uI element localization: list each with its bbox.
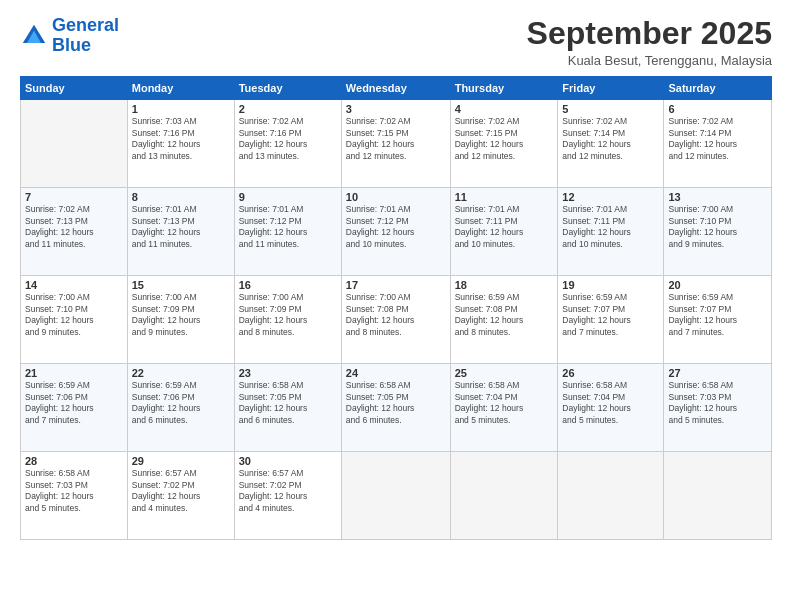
day-info: Sunrise: 6:58 AM Sunset: 7:05 PM Dayligh… [239, 380, 337, 426]
day-number: 13 [668, 191, 767, 203]
table-cell: 13Sunrise: 7:00 AM Sunset: 7:10 PM Dayli… [664, 188, 772, 276]
table-cell: 10Sunrise: 7:01 AM Sunset: 7:12 PM Dayli… [341, 188, 450, 276]
col-thursday: Thursday [450, 77, 558, 100]
day-info: Sunrise: 6:59 AM Sunset: 7:06 PM Dayligh… [25, 380, 123, 426]
col-friday: Friday [558, 77, 664, 100]
table-cell: 26Sunrise: 6:58 AM Sunset: 7:04 PM Dayli… [558, 364, 664, 452]
day-number: 16 [239, 279, 337, 291]
week-row: 21Sunrise: 6:59 AM Sunset: 7:06 PM Dayli… [21, 364, 772, 452]
day-number: 11 [455, 191, 554, 203]
table-cell: 2Sunrise: 7:02 AM Sunset: 7:16 PM Daylig… [234, 100, 341, 188]
day-number: 25 [455, 367, 554, 379]
table-cell: 5Sunrise: 7:02 AM Sunset: 7:14 PM Daylig… [558, 100, 664, 188]
col-wednesday: Wednesday [341, 77, 450, 100]
table-cell: 3Sunrise: 7:02 AM Sunset: 7:15 PM Daylig… [341, 100, 450, 188]
table-cell: 23Sunrise: 6:58 AM Sunset: 7:05 PM Dayli… [234, 364, 341, 452]
month-title: September 2025 [527, 16, 772, 51]
day-number: 3 [346, 103, 446, 115]
day-info: Sunrise: 6:59 AM Sunset: 7:07 PM Dayligh… [668, 292, 767, 338]
table-cell: 30Sunrise: 6:57 AM Sunset: 7:02 PM Dayli… [234, 452, 341, 540]
col-sunday: Sunday [21, 77, 128, 100]
table-cell: 9Sunrise: 7:01 AM Sunset: 7:12 PM Daylig… [234, 188, 341, 276]
day-info: Sunrise: 6:57 AM Sunset: 7:02 PM Dayligh… [132, 468, 230, 514]
day-number: 22 [132, 367, 230, 379]
day-number: 29 [132, 455, 230, 467]
table-cell: 14Sunrise: 7:00 AM Sunset: 7:10 PM Dayli… [21, 276, 128, 364]
day-info: Sunrise: 7:02 AM Sunset: 7:16 PM Dayligh… [239, 116, 337, 162]
day-info: Sunrise: 7:00 AM Sunset: 7:08 PM Dayligh… [346, 292, 446, 338]
day-number: 30 [239, 455, 337, 467]
table-cell: 19Sunrise: 6:59 AM Sunset: 7:07 PM Dayli… [558, 276, 664, 364]
table-cell [664, 452, 772, 540]
day-number: 15 [132, 279, 230, 291]
table-cell: 7Sunrise: 7:02 AM Sunset: 7:13 PM Daylig… [21, 188, 128, 276]
table-cell: 1Sunrise: 7:03 AM Sunset: 7:16 PM Daylig… [127, 100, 234, 188]
day-number: 9 [239, 191, 337, 203]
location-subtitle: Kuala Besut, Terengganu, Malaysia [527, 53, 772, 68]
header-row: Sunday Monday Tuesday Wednesday Thursday… [21, 77, 772, 100]
day-number: 14 [25, 279, 123, 291]
day-number: 20 [668, 279, 767, 291]
day-number: 2 [239, 103, 337, 115]
day-info: Sunrise: 6:58 AM Sunset: 7:03 PM Dayligh… [668, 380, 767, 426]
day-info: Sunrise: 7:02 AM Sunset: 7:15 PM Dayligh… [455, 116, 554, 162]
table-cell [450, 452, 558, 540]
day-info: Sunrise: 7:01 AM Sunset: 7:11 PM Dayligh… [562, 204, 659, 250]
table-cell: 25Sunrise: 6:58 AM Sunset: 7:04 PM Dayli… [450, 364, 558, 452]
day-info: Sunrise: 7:00 AM Sunset: 7:09 PM Dayligh… [239, 292, 337, 338]
day-number: 28 [25, 455, 123, 467]
table-cell [341, 452, 450, 540]
day-number: 19 [562, 279, 659, 291]
table-cell: 17Sunrise: 7:00 AM Sunset: 7:08 PM Dayli… [341, 276, 450, 364]
day-info: Sunrise: 6:58 AM Sunset: 7:04 PM Dayligh… [455, 380, 554, 426]
table-cell: 15Sunrise: 7:00 AM Sunset: 7:09 PM Dayli… [127, 276, 234, 364]
col-monday: Monday [127, 77, 234, 100]
day-number: 4 [455, 103, 554, 115]
table-cell: 16Sunrise: 7:00 AM Sunset: 7:09 PM Dayli… [234, 276, 341, 364]
week-row: 28Sunrise: 6:58 AM Sunset: 7:03 PM Dayli… [21, 452, 772, 540]
table-cell: 20Sunrise: 6:59 AM Sunset: 7:07 PM Dayli… [664, 276, 772, 364]
week-row: 14Sunrise: 7:00 AM Sunset: 7:10 PM Dayli… [21, 276, 772, 364]
day-info: Sunrise: 7:01 AM Sunset: 7:11 PM Dayligh… [455, 204, 554, 250]
logo: General Blue [20, 16, 119, 56]
col-tuesday: Tuesday [234, 77, 341, 100]
table-cell: 28Sunrise: 6:58 AM Sunset: 7:03 PM Dayli… [21, 452, 128, 540]
day-number: 21 [25, 367, 123, 379]
day-info: Sunrise: 7:01 AM Sunset: 7:13 PM Dayligh… [132, 204, 230, 250]
page: General Blue September 2025 Kuala Besut,… [0, 0, 792, 612]
logo-icon [20, 22, 48, 50]
logo-text: General Blue [52, 16, 119, 56]
table-cell: 12Sunrise: 7:01 AM Sunset: 7:11 PM Dayli… [558, 188, 664, 276]
day-number: 27 [668, 367, 767, 379]
week-row: 7Sunrise: 7:02 AM Sunset: 7:13 PM Daylig… [21, 188, 772, 276]
day-number: 18 [455, 279, 554, 291]
day-number: 6 [668, 103, 767, 115]
day-info: Sunrise: 6:58 AM Sunset: 7:04 PM Dayligh… [562, 380, 659, 426]
day-info: Sunrise: 6:59 AM Sunset: 7:08 PM Dayligh… [455, 292, 554, 338]
day-info: Sunrise: 7:01 AM Sunset: 7:12 PM Dayligh… [346, 204, 446, 250]
day-number: 24 [346, 367, 446, 379]
title-area: September 2025 Kuala Besut, Terengganu, … [527, 16, 772, 68]
table-cell: 29Sunrise: 6:57 AM Sunset: 7:02 PM Dayli… [127, 452, 234, 540]
day-number: 17 [346, 279, 446, 291]
day-number: 12 [562, 191, 659, 203]
header-area: General Blue September 2025 Kuala Besut,… [20, 16, 772, 68]
day-info: Sunrise: 7:03 AM Sunset: 7:16 PM Dayligh… [132, 116, 230, 162]
day-info: Sunrise: 7:01 AM Sunset: 7:12 PM Dayligh… [239, 204, 337, 250]
col-saturday: Saturday [664, 77, 772, 100]
day-info: Sunrise: 6:58 AM Sunset: 7:05 PM Dayligh… [346, 380, 446, 426]
day-info: Sunrise: 7:02 AM Sunset: 7:14 PM Dayligh… [562, 116, 659, 162]
table-cell: 24Sunrise: 6:58 AM Sunset: 7:05 PM Dayli… [341, 364, 450, 452]
day-number: 10 [346, 191, 446, 203]
day-info: Sunrise: 6:57 AM Sunset: 7:02 PM Dayligh… [239, 468, 337, 514]
day-info: Sunrise: 7:02 AM Sunset: 7:13 PM Dayligh… [25, 204, 123, 250]
day-number: 8 [132, 191, 230, 203]
day-info: Sunrise: 7:00 AM Sunset: 7:09 PM Dayligh… [132, 292, 230, 338]
day-number: 26 [562, 367, 659, 379]
table-cell [558, 452, 664, 540]
week-row: 1Sunrise: 7:03 AM Sunset: 7:16 PM Daylig… [21, 100, 772, 188]
day-info: Sunrise: 7:02 AM Sunset: 7:15 PM Dayligh… [346, 116, 446, 162]
table-cell: 21Sunrise: 6:59 AM Sunset: 7:06 PM Dayli… [21, 364, 128, 452]
day-info: Sunrise: 6:58 AM Sunset: 7:03 PM Dayligh… [25, 468, 123, 514]
day-number: 23 [239, 367, 337, 379]
